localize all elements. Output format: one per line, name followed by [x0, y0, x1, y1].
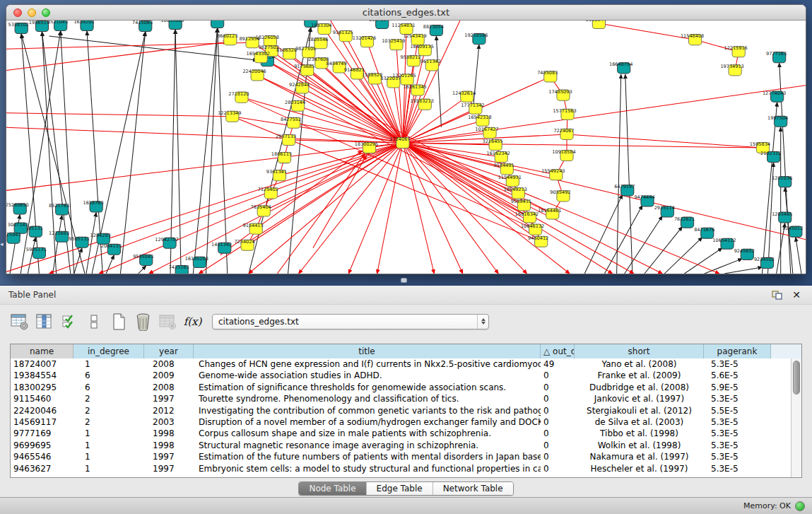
graph-node[interactable]: 16648794 [609, 62, 632, 74]
float-panel-icon[interactable] [770, 288, 784, 301]
graph-node[interactable]: 7485083 [537, 70, 558, 82]
graph-node[interactable]: 9474444 [634, 194, 654, 206]
graph-node[interactable]: 1203465 [772, 211, 792, 223]
table-cell[interactable]: 5.3E-5 [704, 440, 771, 451]
table-cell[interactable]: 1998 [144, 440, 194, 451]
graph-node[interactable]: 1853304 [311, 23, 331, 35]
column-header-in_degree[interactable]: in_degree [73, 344, 144, 358]
table-cell[interactable]: 9699695 [11, 440, 73, 451]
graph-node[interactable]: 7415063 [132, 21, 153, 32]
table-row[interactable]: 1938455462009Genome-wide association stu… [11, 370, 791, 381]
table-cell[interactable]: 1 [73, 358, 144, 370]
table-row[interactable]: 2242004622012Investigating the contribut… [11, 405, 791, 416]
graph-node[interactable]: 1201036 [772, 175, 792, 187]
graph-node[interactable]: 18300295 [355, 141, 378, 153]
graph-node[interactable]: 1956513 [29, 21, 49, 32]
graph-node[interactable]: 16542318 [468, 115, 491, 127]
table-cell[interactable]: 9465546 [11, 451, 73, 462]
table-cell[interactable]: 5.3E-5 [704, 393, 771, 404]
table-row[interactable]: 946554611997Estimation of the future num… [11, 451, 791, 462]
column-visibility-icon[interactable] [35, 312, 54, 331]
table-cell[interactable]: 1998 [144, 428, 194, 439]
column-header-short[interactable]: short [575, 344, 704, 358]
table-cell[interactable]: 0 [541, 451, 575, 462]
graph-node[interactable]: 1215683 [49, 230, 69, 243]
table-cell[interactable]: 5.5E-5 [704, 405, 771, 416]
graph-node[interactable]: 17771342 [461, 103, 484, 115]
memory-status-indicator-icon[interactable] [795, 501, 805, 511]
graph-node[interactable]: 5905131 [26, 247, 47, 259]
table-row[interactable]: 969969511998Structural magnetic resonanc… [11, 440, 791, 451]
table-cell[interactable]: 19384554 [11, 370, 73, 381]
table-cell[interactable]: 14569117 [11, 416, 73, 428]
column-header-name[interactable]: name [11, 344, 73, 358]
table-cell[interactable]: 5.9E-5 [704, 382, 771, 393]
table-cell[interactable]: 18300295 [11, 382, 73, 393]
table-cell[interactable]: de Silva et al. (2003) [575, 416, 704, 428]
table-cell[interactable]: 5.3E-5 [704, 428, 771, 439]
graph-node[interactable]: 8130544 [586, 21, 606, 29]
graph-node[interactable]: 12215916 [724, 45, 747, 57]
table-cell[interactable]: 0 [541, 428, 575, 439]
close-panel-icon[interactable]: ✕ [789, 288, 804, 301]
graph-node[interactable]: 10325419 [382, 38, 405, 50]
graph-node[interactable]: 8427552 [281, 117, 301, 129]
graph-node[interactable]: 1997504 [767, 115, 788, 127]
graph-node[interactable]: 16543382 [246, 51, 269, 63]
graph-node[interactable]: 9234502 [754, 257, 775, 269]
zoom-window-button[interactable] [42, 8, 50, 17]
table-cell[interactable]: Stergiakouli et al. (2012) [575, 405, 704, 416]
graph-node[interactable]: 9245012 [782, 226, 803, 238]
graph-node[interactable]: 9154491 [494, 163, 514, 175]
graph-node[interactable]: 1658763 [83, 200, 104, 212]
graph-node[interactable]: 8322037 [380, 76, 401, 88]
table-scrollbar[interactable] [791, 358, 801, 477]
graph-node[interactable]: 8471676 [694, 227, 714, 239]
tab-node-table[interactable]: Node Table [299, 482, 366, 495]
table-cell[interactable]: 2 [73, 416, 144, 428]
table-cell[interactable]: Wolkin et al. (1998) [575, 440, 704, 451]
graph-node[interactable]: 7635404 [251, 204, 271, 216]
table-cell[interactable]: 49 [541, 358, 575, 370]
panel-resize-grip[interactable] [401, 278, 407, 283]
graph-node[interactable]: 11544931 [498, 175, 522, 187]
graph-node[interactable]: 10918584 [552, 149, 575, 161]
table-row[interactable]: 911546021997Tourette syndrome. Phenomeno… [11, 393, 791, 404]
network-graph[interactable]: 5358102195651385210431658203741506316033… [6, 21, 806, 274]
table-cell[interactable]: Yano et al. (2008) [575, 358, 704, 370]
graph-node[interactable]: 9154413 [243, 223, 264, 235]
graph-node[interactable]: 10654112 [712, 238, 736, 250]
graph-node[interactable]: 12432614 [452, 90, 476, 103]
table-cell[interactable]: Tibbo et al. (1998) [575, 428, 704, 439]
table-cell[interactable]: 22420046 [11, 405, 73, 416]
table-cell[interactable]: 1997 [144, 463, 194, 474]
table-cell[interactable]: 0 [541, 370, 575, 381]
table-row[interactable]: 946362711997Embryonic stem cells: a mode… [11, 463, 791, 474]
graph-node[interactable]: 8186328 [276, 47, 297, 59]
table-cell[interactable]: 1 [73, 451, 144, 462]
table-cell[interactable]: 0 [541, 440, 575, 451]
select-rows-icon[interactable] [59, 312, 78, 331]
table-cell[interactable]: 1 [73, 463, 144, 474]
table-cell[interactable]: 5.3E-5 [704, 451, 771, 462]
graph-node[interactable]: 9558212 [400, 54, 420, 66]
graph-node[interactable]: 12942757 [155, 237, 178, 249]
graph-node[interactable]: 9450412 [528, 235, 548, 247]
table-cell[interactable]: 0 [541, 463, 575, 474]
graph-node[interactable]: 1294283 [90, 233, 111, 245]
table-cell[interactable]: Changes of HCN gene expression and I(f) … [194, 358, 541, 370]
table-cell[interactable]: 0 [541, 416, 575, 428]
graph-node[interactable]: 9165023 [204, 21, 225, 28]
table-row[interactable]: 1830029562008Estimation of significance … [11, 382, 791, 393]
graph-node[interactable]: 11254831 [392, 23, 415, 35]
graph-node[interactable]: 2102332 [760, 151, 781, 163]
graph-node[interactable]: 7415163 [169, 264, 189, 274]
graph-node[interactable]: 13201426 [353, 35, 376, 47]
graph-node[interactable]: 1866113 [271, 151, 292, 163]
tab-network-table[interactable]: Network Table [433, 482, 513, 495]
table-cell[interactable]: Hescheler et al. (1997) [575, 463, 704, 474]
table-cell[interactable]: 1997 [144, 451, 194, 462]
graph-node[interactable]: 5358102 [8, 22, 29, 34]
table-cell[interactable]: Nakamura et al. (1997) [575, 451, 704, 462]
graph-node[interactable]: 15771563 [553, 108, 576, 120]
